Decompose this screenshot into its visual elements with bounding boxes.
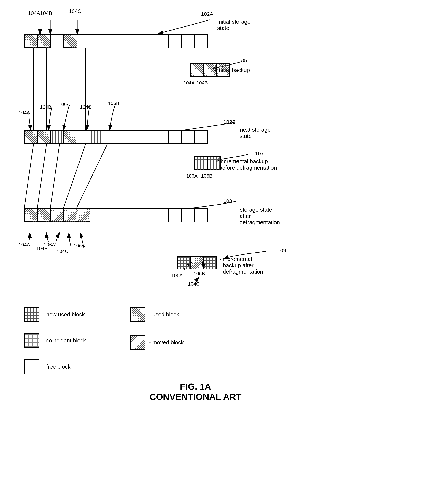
block-free-mid-4 (77, 131, 90, 144)
legend-coincident: - coincident block (24, 333, 86, 348)
top-storage-bar (24, 34, 208, 48)
block-used-104A-top (25, 35, 38, 48)
svg-line-4 (37, 144, 47, 209)
label-104B-small1: 104B (196, 80, 208, 86)
block-used-104A-bot (25, 209, 38, 222)
desc-108: - storage state after defragmentation (237, 207, 280, 226)
backup-block-109-3 (203, 257, 217, 270)
label-106A-small2: 106A (186, 173, 198, 179)
block-free-bot-12 (181, 209, 194, 222)
desc-107: - incremental backup before defragmentat… (216, 158, 277, 171)
block-used-104A-mid (25, 131, 38, 144)
fig-num: FIG. 1A (130, 382, 261, 392)
legend-label-used: - used block (149, 311, 179, 318)
block-moved-104C-bot (64, 209, 77, 222)
label-104C-bot: 104C (57, 248, 68, 254)
block-free-bot-9 (142, 209, 155, 222)
label-105: 105 (238, 58, 247, 64)
block-free-bot-5 (90, 209, 103, 222)
label-106B-small2: 106B (201, 173, 213, 179)
block-free-top-6 (103, 35, 116, 48)
label-109: 109 (277, 247, 286, 253)
block-used-104B-mid (38, 131, 51, 144)
block-free-bot-11 (168, 209, 181, 222)
block-free-top-5 (90, 35, 103, 48)
svg-line-5 (50, 144, 60, 209)
block-used-104C-top (64, 35, 77, 48)
label-102B: 102B (223, 119, 236, 125)
block-free-top-12 (181, 35, 194, 48)
label-104A-top: 104A (28, 10, 40, 16)
block-newused-106B-mid (90, 131, 103, 144)
block-used-104C-mid (64, 131, 77, 144)
block-free-top-8 (129, 35, 142, 48)
block-moved-106B-bot (77, 209, 90, 222)
block-free-top-13 (194, 35, 207, 48)
label-104B-top: 104B (40, 10, 52, 16)
desc-105: - initial backup (214, 67, 250, 73)
desc-102B: - next storage state (237, 126, 271, 139)
label-106A-109: 106A (171, 273, 183, 278)
backup-block-109-1 (177, 257, 190, 270)
block-free-bot-6 (103, 209, 116, 222)
label-104A-small1: 104A (183, 80, 195, 86)
block-free-top-4 (77, 35, 90, 48)
legend-used: - used block (130, 307, 179, 322)
label-104C-top: 104C (69, 8, 81, 14)
block-free-top-9 (142, 35, 155, 48)
block-free-top-11 (168, 35, 181, 48)
block-free-bot-13 (194, 209, 207, 222)
block-free-mid-13 (194, 131, 207, 144)
backup-block-109-2 (190, 257, 203, 270)
block-free-bot-10 (155, 209, 168, 222)
label-106A-bot: 106A (44, 242, 55, 248)
block-free-mid-6 (103, 131, 116, 144)
svg-line-7 (76, 144, 107, 209)
block-free-mid-10 (155, 131, 168, 144)
block-newused-106A-mid (51, 131, 64, 144)
block-used-104B-bot (38, 209, 51, 222)
svg-line-6 (63, 144, 86, 209)
desc-102A: - initial storage state (214, 19, 250, 31)
backup-bar-109 (177, 256, 217, 270)
fig-subtitle: CONVENTIONAL ART (130, 392, 261, 402)
legend-swatch-coincident (24, 333, 39, 348)
legend-label-moved: - moved block (149, 339, 184, 346)
label-104C-109: 104C (188, 281, 200, 287)
figure-title: FIG. 1A CONVENTIONAL ART (130, 382, 261, 402)
legend-moved: - moved block (130, 335, 184, 350)
block-free-mid-11 (168, 131, 181, 144)
label-104A-bot: 104A (19, 242, 30, 248)
backup-block-104A-1 (190, 64, 203, 77)
label-104A-mid: 104A (19, 110, 30, 116)
desc-109: - incremental backup after defragmentati… (220, 256, 263, 275)
diagram-container: 104A 104B 104C 102A - initial storage st… (0, 0, 421, 504)
legend-label-coincident: - coincident block (43, 337, 86, 344)
legend-swatch-free (24, 359, 39, 374)
legend-free: - free block (24, 359, 70, 374)
block-free-mid-9 (142, 131, 155, 144)
label-106A-mid: 106A (59, 102, 70, 107)
legend-swatch-moved (130, 335, 145, 350)
label-106B-mid: 106B (108, 101, 119, 106)
label-107: 107 (255, 151, 264, 157)
label-106B-109: 106B (194, 271, 205, 276)
block-free-top-2 (51, 35, 64, 48)
legend-label-free: - free block (43, 364, 70, 370)
mid-storage-bar (24, 130, 208, 144)
block-free-bot-8 (129, 209, 142, 222)
legend-new-used: - new used block (24, 307, 85, 322)
svg-line-3 (24, 144, 34, 209)
block-free-mid-12 (181, 131, 194, 144)
block-used-104B-top (38, 35, 51, 48)
block-moved-106A-bot (51, 209, 64, 222)
label-108: 108 (223, 198, 232, 204)
legend-label-new-used: - new used block (43, 311, 85, 318)
legend-swatch-used (130, 307, 145, 322)
bottom-storage-bar (24, 209, 208, 222)
label-106B-bot: 106B (73, 243, 85, 249)
block-free-bot-7 (116, 209, 129, 222)
label-104C-mid: 104C (80, 104, 92, 110)
block-free-top-7 (116, 35, 129, 48)
label-102A: 102A (201, 11, 213, 17)
